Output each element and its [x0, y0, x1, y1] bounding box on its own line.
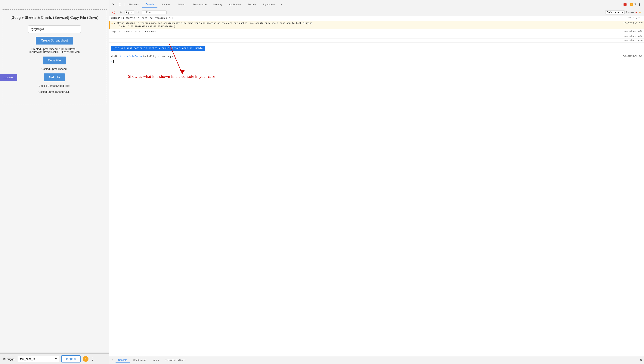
filter-icon: ▽: [144, 11, 146, 14]
devtools-toolbar: Elements Console Sources Network Perform…: [109, 0, 644, 9]
issues-red-count: 1: [624, 3, 626, 6]
clear-console-button[interactable]: 🚫: [111, 10, 117, 15]
console-filter-input[interactable]: [146, 11, 165, 14]
console-row-jqmigrate: JQMIGRATE: Migrate is installed, version…: [109, 16, 644, 21]
console-code-object: {code: '17224961690594892380107542086300…: [114, 25, 175, 28]
devtools-pointer-icon[interactable]: [111, 2, 117, 7]
more-options-button[interactable]: ⋮: [91, 357, 94, 361]
warning-triangle-icon: ⚠: [111, 22, 113, 25]
tab-performance[interactable]: Performance: [190, 2, 210, 7]
annotation-text: Show us what it is shown in the console …: [128, 74, 215, 79]
devtools-device-icon[interactable]: [117, 2, 123, 7]
prompt-arrow-icon: >: [111, 60, 112, 63]
more-devtools-button[interactable]: ⋮: [636, 2, 642, 7]
console-row-visit: Visit https://bubble.io to build your ow…: [109, 54, 644, 59]
tab-security[interactable]: Security: [244, 2, 260, 7]
copy-file-button[interactable]: Copy File: [43, 56, 66, 64]
bottom-bar-dots-icon[interactable]: ⋮: [111, 358, 115, 362]
app-panel: [Google Sheets & Charts (Service)] Copy …: [0, 0, 109, 364]
svg-point-1: [120, 5, 120, 6]
inspect-button[interactable]: Inspect: [61, 355, 81, 362]
dashed-box: [Google Sheets & Charts (Service)] Copy …: [2, 10, 107, 104]
collapse-arrow-icon[interactable]: ▶: [114, 22, 115, 24]
debugger-bar: Debugger test_zone_ic Inspect ! ⋮: [0, 354, 109, 364]
tab-application[interactable]: Application: [226, 2, 244, 7]
console-link-jqmigrate[interactable]: static.js:12: [625, 16, 642, 19]
bubble-io-link[interactable]: https://bubble.io: [119, 55, 142, 58]
console-text-warning: ▶ Using plugins in testing mode can cons…: [114, 22, 620, 28]
debugger-zone-select[interactable]: test_zone_ic: [18, 356, 59, 362]
devtools-panel: Elements Console Sources Network Perform…: [109, 0, 644, 364]
tab-network[interactable]: Network: [174, 2, 189, 7]
context-selector[interactable]: top: [124, 10, 134, 14]
copied-title-label: Copied SpreadSheed Title:: [39, 84, 70, 87]
console-row-empty1: run_debug.js:60: [109, 34, 644, 38]
console-content: JQMIGRATE: Migrate is installed, version…: [109, 16, 644, 356]
get-info-button[interactable]: Get Info: [44, 74, 65, 81]
created-spreadsheet-label: Created SpreadSheed: 1qIXWl1DaWF-JKN4VW3…: [6, 48, 103, 54]
tab-memory[interactable]: Memory: [210, 2, 225, 7]
devtools-bottom-bar: ⋮ Console What's new Issues Network cond…: [109, 356, 644, 364]
blue-pill-banner: This web application is entirely built w…: [111, 46, 205, 51]
console-link-page-loaded[interactable]: run_debug.js:60: [621, 30, 642, 32]
tab-lighthouse[interactable]: Lighthouse: [260, 2, 278, 7]
console-prompt: >: [109, 59, 644, 64]
issues-count-label: 2 Issues: ■ 1 ■ 1: [626, 11, 642, 14]
warning-icon: !: [83, 356, 88, 362]
page-title: [Google Sheets & Charts (Service)] Copy …: [10, 16, 98, 20]
app-main: [Google Sheets & Charts (Service)] Copy …: [0, 0, 109, 352]
console-link-empty1[interactable]: run_debug.js:60: [621, 35, 642, 38]
console-row-empty2: run_debug.js:60: [109, 38, 644, 43]
cursor: [113, 60, 114, 63]
console-text-jqmigrate: JQMIGRATE: Migrate is installed, version…: [111, 16, 625, 20]
console-row-blue-pill: This web application is entirely built w…: [109, 43, 644, 54]
eye-icon[interactable]: 👁: [135, 10, 141, 15]
filter-input-wrap: ▽: [142, 10, 167, 14]
bottom-tab-network-conditions[interactable]: Network conditions: [162, 358, 188, 363]
create-spreadsheet-button[interactable]: Create Spreadsheet: [36, 37, 73, 44]
copied-url-label: Copied SpreadSheed URL:: [38, 90, 70, 93]
issues-yellow-count: 1: [630, 3, 633, 6]
settings-gear-icon[interactable]: ⚙: [634, 3, 636, 6]
svg-marker-3: [180, 70, 185, 74]
bottom-tab-issues[interactable]: Issues: [149, 358, 162, 363]
console-link-warning[interactable]: run_debug.js:590: [620, 22, 642, 24]
console-link-empty2[interactable]: run_debug.js:60: [621, 39, 642, 42]
bottom-tab-console[interactable]: Console: [116, 358, 130, 363]
issues-badge: ⚠ 1 ⚠ 1: [621, 3, 633, 6]
tab-console[interactable]: Console: [142, 1, 158, 8]
console-text-visit: Visit https://bubble.io to build your ow…: [111, 55, 620, 58]
console-text-page-loaded: page is loaded after 5.625 seconds: [111, 30, 621, 34]
more-tabs-button[interactable]: »: [279, 2, 283, 7]
bottom-tab-whats-new[interactable]: What's new: [130, 358, 148, 363]
tab-elements[interactable]: Elements: [126, 2, 142, 7]
copied-spreadsheet-label: Copied SpreadSheed:: [42, 68, 68, 70]
spreadsheet-name-input[interactable]: [28, 25, 81, 33]
log-level-selector[interactable]: Default levels: [605, 10, 625, 14]
tab-sources[interactable]: Sources: [158, 2, 173, 7]
console-link-visit[interactable]: run_debug.js:479: [620, 55, 642, 57]
console-settings-button[interactable]: ⚙: [118, 10, 124, 15]
debugger-label: Debugger: [3, 358, 16, 360]
close-devtools-button[interactable]: ✕: [640, 358, 642, 362]
console-row-warning: ⚠ ▶ Using plugins in testing mode can co…: [109, 21, 644, 29]
console-text-blue-pill: This web application is entirely built w…: [111, 44, 642, 52]
console-row-page-loaded: page is loaded after 5.625 seconds run_d…: [109, 29, 644, 34]
console-toolbar: 🚫 ⚙ top 👁 ▽ Default levels 2 Issues: ■ 1…: [109, 9, 644, 16]
edit-me-button[interactable]: ...edit me...: [0, 74, 17, 81]
